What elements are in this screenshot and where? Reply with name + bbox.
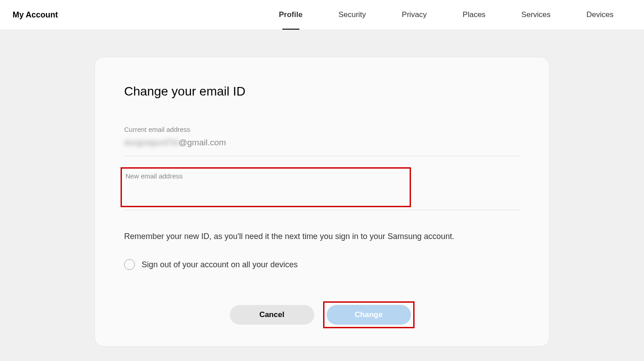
page-header: My Account Profile Security Privacy Plac… bbox=[0, 0, 644, 30]
card-inner: Change your email ID Current email addre… bbox=[95, 84, 549, 328]
signout-checkbox-label[interactable]: Sign out of your account on all your dev… bbox=[142, 260, 298, 270]
reminder-text: Remember your new ID, as you'll need it … bbox=[124, 232, 520, 241]
current-email-label: Current email address bbox=[124, 126, 520, 133]
tab-security[interactable]: Security bbox=[320, 0, 384, 30]
main-container: Change your email ID Current email addre… bbox=[0, 30, 644, 347]
input-underline bbox=[124, 210, 520, 210]
new-email-input[interactable] bbox=[125, 191, 406, 204]
nav-tabs: Profile Security Privacy Places Services… bbox=[261, 0, 631, 30]
change-button-highlight-box: Change bbox=[323, 301, 415, 328]
button-row: Cancel Change bbox=[124, 301, 520, 328]
header-title: My Account bbox=[13, 10, 58, 20]
tab-profile[interactable]: Profile bbox=[261, 0, 320, 30]
current-email-visible-part: @gmail.com bbox=[178, 138, 226, 147]
new-email-label: New email address bbox=[125, 172, 406, 180]
tab-services[interactable]: Services bbox=[503, 0, 568, 30]
signout-checkbox[interactable] bbox=[124, 259, 135, 270]
change-button[interactable]: Change bbox=[327, 305, 411, 325]
tab-devices[interactable]: Devices bbox=[569, 0, 631, 30]
new-email-highlight-box: New email address bbox=[121, 167, 411, 207]
signout-checkbox-row: Sign out of your account on all your dev… bbox=[124, 259, 520, 270]
page-title: Change your email ID bbox=[124, 84, 520, 99]
cancel-button[interactable]: Cancel bbox=[230, 305, 314, 325]
current-email-value: durgutajurd7ld@gmail.com bbox=[124, 138, 520, 156]
tab-places[interactable]: Places bbox=[445, 0, 503, 30]
current-email-blurred-part: durgutajurd7ld bbox=[124, 138, 178, 147]
content-card: Change your email ID Current email addre… bbox=[95, 57, 549, 347]
tab-privacy[interactable]: Privacy bbox=[384, 0, 445, 30]
